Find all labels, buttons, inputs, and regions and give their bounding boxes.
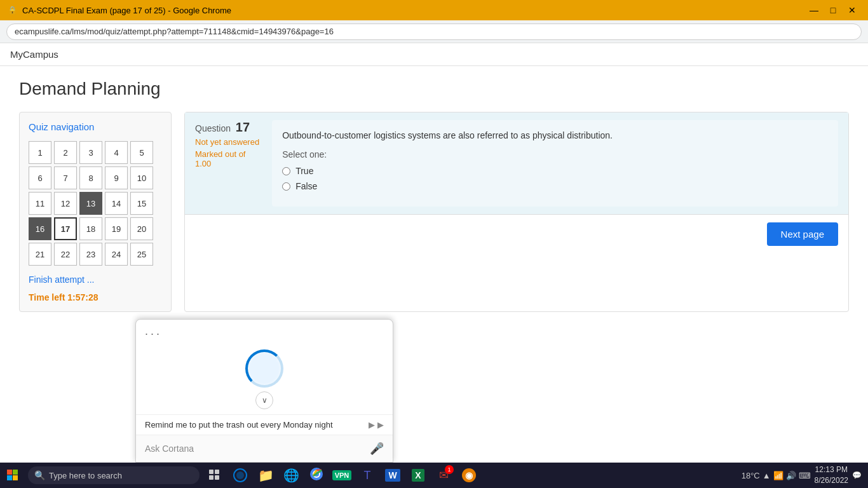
next-page-button[interactable]: Next page	[767, 222, 838, 246]
quiz-nav-btn-22[interactable]: 22	[54, 243, 77, 266]
quiz-nav-btn-21[interactable]: 21	[29, 243, 51, 266]
taskbar-search-text: Type here to search	[49, 471, 122, 480]
question-header: Question 17 Not yet answered Marked out …	[185, 112, 848, 215]
quiz-nav-btn-20[interactable]: 20	[130, 217, 153, 240]
title-bar: 🔒 CA-SCDPL Final Exam (page 17 of 25) - …	[0, 0, 868, 20]
quiz-nav-btn-8[interactable]: 8	[79, 166, 102, 189]
quiz-nav-btn-13[interactable]: 13	[79, 192, 102, 215]
quiz-nav-btn-3[interactable]: 3	[79, 141, 102, 164]
quiz-nav-btn-16[interactable]: 16	[29, 217, 51, 240]
svg-rect-7	[215, 475, 219, 480]
quiz-nav-btn-7[interactable]: 7	[54, 166, 77, 189]
mark-value: 1.00	[195, 159, 211, 168]
lock-icon: 🔒	[8, 6, 17, 15]
files-icon: 📁	[258, 468, 274, 483]
taskbar-cortana-icon[interactable]	[227, 463, 253, 488]
taskbar-mail-icon[interactable]: ✉ 1	[431, 463, 456, 488]
svg-point-9	[236, 471, 244, 479]
question-mark: Marked out of 1.00	[195, 149, 259, 168]
taskbar-time-display: 12:13 PM	[815, 464, 848, 475]
arrow-up-icon: ▲	[763, 471, 771, 480]
taskbar-clock: 12:13 PM 8/26/2022	[815, 464, 848, 486]
window-title: CA-SCDPL Final Exam (page 17 of 25) - Go…	[22, 6, 231, 15]
svg-rect-1	[13, 470, 18, 475]
taskbar-teams-icon[interactable]: T	[355, 463, 380, 488]
cortana-ask-label[interactable]: Ask Cortana	[145, 444, 194, 454]
cortana-mic-icon[interactable]: 🎤	[370, 442, 384, 456]
cortana-suggestion-text: Remind me to put the trash out every Mon…	[145, 420, 369, 430]
taskbar-search-icon: 🔍	[34, 470, 45, 480]
quiz-nav-btn-23[interactable]: 23	[79, 243, 102, 266]
content-layout: Quiz navigation 123456789101112131415161…	[19, 112, 849, 312]
chrome-icon	[310, 468, 323, 484]
svg-rect-2	[7, 475, 12, 480]
word-icon: W	[385, 469, 400, 482]
cortana-chevron[interactable]: ∨	[255, 391, 273, 409]
task-view-button[interactable]	[202, 463, 227, 488]
cortana-icon	[233, 468, 248, 483]
edge-icon: 🌐	[283, 468, 299, 483]
taskbar-chrome-icon[interactable]	[304, 463, 329, 488]
quiz-nav-btn-9[interactable]: 9	[105, 166, 128, 189]
svg-rect-4	[209, 470, 214, 474]
cortana-dots: ...	[136, 320, 393, 343]
taskbar-word-icon[interactable]: W	[380, 463, 405, 488]
taskbar-search[interactable]: 🔍 Type here to search	[28, 466, 200, 484]
question-area: Question 17 Not yet answered Marked out …	[184, 112, 849, 312]
taskbar-date-display: 8/26/2022	[815, 475, 848, 486]
quiz-nav-grid: 1234567891011121314151617181920212223242…	[29, 141, 162, 266]
temp-label: 18°C	[742, 471, 760, 480]
quiz-nav-btn-5[interactable]: 5	[130, 141, 153, 164]
quiz-nav-btn-14[interactable]: 14	[105, 192, 128, 215]
option-true-radio[interactable]	[282, 167, 290, 175]
start-button[interactable]	[0, 463, 25, 488]
quiz-nav-btn-1[interactable]: 1	[29, 141, 51, 164]
orange-circle-icon: ◉	[462, 468, 476, 482]
notification-center-icon[interactable]: 💬	[852, 471, 862, 480]
svg-rect-5	[215, 470, 219, 474]
quiz-nav-btn-24[interactable]: 24	[105, 243, 128, 266]
marked-out-label: Marked out of	[195, 149, 246, 159]
question-number: Question 17	[195, 120, 259, 135]
quiz-nav-btn-11[interactable]: 11	[29, 192, 51, 215]
question-num: 17	[236, 120, 250, 134]
quiz-nav-btn-4[interactable]: 4	[105, 141, 128, 164]
taskbar-files-icon[interactable]: 📁	[253, 463, 278, 488]
quiz-nav-btn-12[interactable]: 12	[54, 192, 77, 215]
quiz-nav-btn-15[interactable]: 15	[130, 192, 153, 215]
quiz-nav-btn-10[interactable]: 10	[130, 166, 153, 189]
taskbar-excel-icon[interactable]: X	[405, 463, 431, 488]
question-info: Question 17 Not yet answered Marked out …	[195, 120, 259, 207]
mail-badge: 1	[445, 465, 454, 474]
taskbar-edge-icon[interactable]: 🌐	[278, 463, 304, 488]
quiz-nav-btn-18[interactable]: 18	[79, 217, 102, 240]
keyboard-icon: ⌨	[799, 471, 811, 480]
time-left-label: Time left	[29, 292, 67, 302]
nav-bar: MyCampus	[0, 43, 868, 66]
excel-icon: X	[412, 469, 424, 482]
vpn-icon: VPN	[332, 470, 352, 480]
quiz-nav-btn-17[interactable]: 17	[54, 217, 77, 240]
address-bar	[0, 20, 868, 43]
quiz-nav-btn-2[interactable]: 2	[54, 141, 77, 164]
quiz-nav-btn-25[interactable]: 25	[130, 243, 153, 266]
svg-rect-6	[209, 475, 214, 480]
svg-rect-3	[13, 475, 18, 480]
quiz-nav-btn-6[interactable]: 6	[29, 166, 51, 189]
close-button[interactable]: ✕	[844, 2, 860, 18]
minimize-button[interactable]: —	[806, 2, 822, 18]
taskbar-vpn-icon[interactable]: VPN	[329, 463, 355, 488]
time-left-value: 1:57:28	[67, 292, 98, 302]
windows-icon	[7, 470, 18, 481]
taskbar-circle-icon[interactable]: ◉	[456, 463, 482, 488]
maximize-button[interactable]: □	[825, 2, 841, 18]
option-true-label[interactable]: True	[295, 166, 313, 176]
finish-attempt-link[interactable]: Finish attempt ...	[29, 274, 162, 285]
option-false-radio[interactable]	[282, 182, 290, 191]
cortana-suggestion-arrow[interactable]: ▶ ▶	[369, 420, 384, 430]
select-one-label: Select one:	[282, 149, 828, 159]
taskbar: 🔍 Type here to search 📁 🌐	[0, 463, 868, 488]
option-false-label[interactable]: False	[295, 181, 317, 191]
quiz-nav-btn-19[interactable]: 19	[105, 217, 128, 240]
address-input[interactable]	[6, 24, 862, 40]
